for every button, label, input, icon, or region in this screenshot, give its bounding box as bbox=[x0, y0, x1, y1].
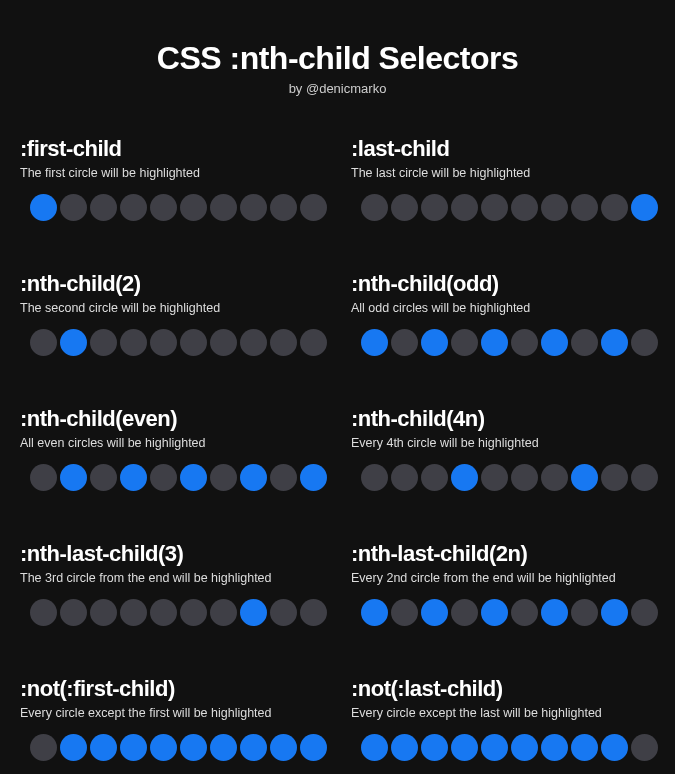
circle bbox=[511, 734, 538, 761]
circle bbox=[150, 464, 177, 491]
circle bbox=[150, 734, 177, 761]
circle bbox=[571, 599, 598, 626]
header: CSS :nth-child Selectors by @denicmarko bbox=[20, 40, 655, 96]
example: :nth-child(4n)Every 4th circle will be h… bbox=[351, 406, 658, 491]
circle bbox=[361, 599, 388, 626]
circle bbox=[30, 464, 57, 491]
example: :not(:last-child)Every circle except the… bbox=[351, 676, 658, 761]
circle bbox=[90, 734, 117, 761]
circle bbox=[150, 599, 177, 626]
circle bbox=[180, 194, 207, 221]
circle bbox=[300, 734, 327, 761]
circle bbox=[270, 599, 297, 626]
selector-description: Every circle except the first will be hi… bbox=[20, 706, 327, 720]
circle bbox=[150, 194, 177, 221]
circle-row bbox=[20, 599, 327, 626]
circle bbox=[451, 464, 478, 491]
circle bbox=[361, 194, 388, 221]
example: :nth-last-child(2n)Every 2nd circle from… bbox=[351, 541, 658, 626]
circle bbox=[180, 599, 207, 626]
circle bbox=[30, 599, 57, 626]
circle bbox=[601, 329, 628, 356]
circle bbox=[421, 329, 448, 356]
selector-name: :not(:last-child) bbox=[351, 676, 658, 702]
circle bbox=[631, 194, 658, 221]
circle bbox=[511, 464, 538, 491]
circle bbox=[391, 329, 418, 356]
selector-description: All odd circles will be highlighted bbox=[351, 301, 658, 315]
circle bbox=[210, 464, 237, 491]
circle bbox=[631, 464, 658, 491]
circle-row bbox=[20, 194, 327, 221]
page-title: CSS :nth-child Selectors bbox=[20, 40, 655, 77]
circle bbox=[481, 599, 508, 626]
circle bbox=[361, 734, 388, 761]
circle bbox=[541, 194, 568, 221]
circle bbox=[180, 734, 207, 761]
circle bbox=[451, 599, 478, 626]
example: :first-childThe first circle will be hig… bbox=[20, 136, 327, 221]
circle bbox=[180, 329, 207, 356]
circle bbox=[270, 734, 297, 761]
circle bbox=[361, 329, 388, 356]
circle bbox=[90, 194, 117, 221]
circle bbox=[120, 599, 147, 626]
examples-grid: :first-childThe first circle will be hig… bbox=[20, 136, 655, 761]
circle bbox=[60, 194, 87, 221]
circle bbox=[631, 329, 658, 356]
selector-description: The 3rd circle from the end will be high… bbox=[20, 571, 327, 585]
selector-name: :first-child bbox=[20, 136, 327, 162]
circle-row bbox=[351, 194, 658, 221]
selector-description: The second circle will be highlighted bbox=[20, 301, 327, 315]
circle bbox=[451, 734, 478, 761]
circle bbox=[391, 734, 418, 761]
circle bbox=[601, 599, 628, 626]
circle-row bbox=[351, 599, 658, 626]
circle bbox=[511, 329, 538, 356]
circle bbox=[300, 464, 327, 491]
circle bbox=[511, 194, 538, 221]
circle-row bbox=[20, 464, 327, 491]
circle bbox=[120, 329, 147, 356]
selector-name: :nth-child(even) bbox=[20, 406, 327, 432]
circle bbox=[30, 734, 57, 761]
circle bbox=[240, 599, 267, 626]
circle bbox=[631, 599, 658, 626]
example: :last-childThe last circle will be highl… bbox=[351, 136, 658, 221]
circle bbox=[60, 734, 87, 761]
selector-description: The last circle will be highlighted bbox=[351, 166, 658, 180]
circle bbox=[30, 329, 57, 356]
circle bbox=[120, 464, 147, 491]
circle bbox=[421, 734, 448, 761]
circle bbox=[210, 194, 237, 221]
circle bbox=[481, 329, 508, 356]
selector-name: :not(:first-child) bbox=[20, 676, 327, 702]
circle-row bbox=[20, 329, 327, 356]
circle-row bbox=[351, 464, 658, 491]
example: :nth-last-child(3)The 3rd circle from th… bbox=[20, 541, 327, 626]
circle bbox=[210, 599, 237, 626]
circle bbox=[541, 329, 568, 356]
circle bbox=[120, 194, 147, 221]
circle bbox=[240, 464, 267, 491]
circle bbox=[180, 464, 207, 491]
circle-row bbox=[351, 734, 658, 761]
selector-name: :last-child bbox=[351, 136, 658, 162]
circle bbox=[571, 734, 598, 761]
example: :not(:first-child)Every circle except th… bbox=[20, 676, 327, 761]
circle bbox=[391, 464, 418, 491]
circle bbox=[60, 329, 87, 356]
selector-name: :nth-child(2) bbox=[20, 271, 327, 297]
page-subtitle: by @denicmarko bbox=[20, 81, 655, 96]
circle bbox=[511, 599, 538, 626]
selector-name: :nth-last-child(2n) bbox=[351, 541, 658, 567]
circle bbox=[270, 464, 297, 491]
circle bbox=[90, 329, 117, 356]
circle bbox=[481, 464, 508, 491]
circle bbox=[210, 329, 237, 356]
circle bbox=[631, 734, 658, 761]
circle bbox=[481, 194, 508, 221]
circle bbox=[240, 734, 267, 761]
selector-name: :nth-child(odd) bbox=[351, 271, 658, 297]
circle bbox=[30, 194, 57, 221]
